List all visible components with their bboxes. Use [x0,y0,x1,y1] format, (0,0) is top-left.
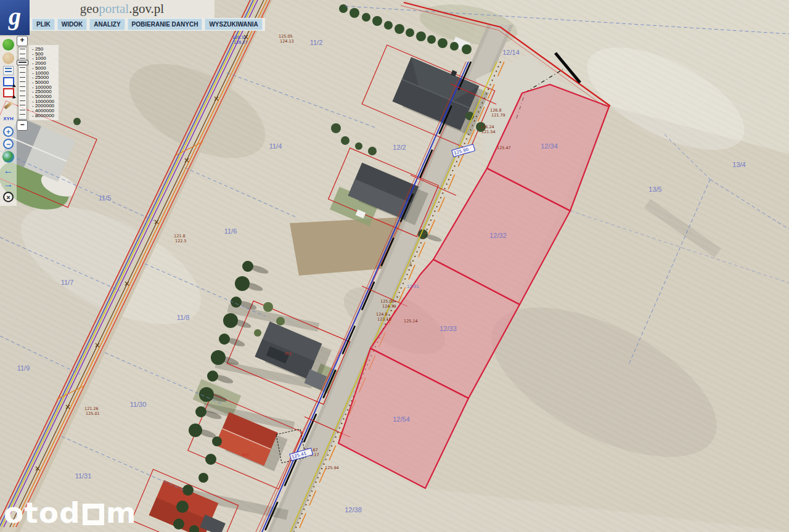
elevation-annotation: 128.27 [234,40,248,45]
parcel-label-12/54: 12/54 [393,415,410,423]
parcel-label-13/5: 13/5 [648,186,661,193]
elevation-annotation: 126.8 [490,108,502,113]
parcel-label-12/38: 12/38 [345,506,362,514]
watermark-text-right: m [106,499,137,526]
elevation-annotation: 125.01 [86,411,100,416]
menu-item-widok[interactable]: WIDOK [57,18,87,30]
geoportal-logo[interactable]: g [0,0,30,35]
elevation-annotation: 124.8 [376,312,388,317]
parcel-label-12/31: 12/31 [407,284,420,289]
watermark-text-left: otod [4,499,81,526]
select-area-red-icon[interactable] [3,88,14,97]
elevation-annotation: 121.26 [84,406,99,411]
otodom-watermark: otod m [4,499,137,526]
zoom-slider-handle[interactable] [17,60,28,65]
parcel-label-12/14: 12/14 [502,49,520,56]
globe-icon[interactable] [2,151,14,163]
logo-g-letter: g [9,4,21,29]
title-geo: geo [80,1,99,17]
elevation-annotation: 124.13 [280,39,294,44]
elevation-annotation: 121.8 [174,234,186,239]
parcel-label-11/2: 11/2 [310,39,323,46]
parcel-label-12/32: 12/32 [489,232,507,239]
menu-bar: PLIKWIDOKANALIZYPOBIERANIE DANYCHWYSZUKI… [30,18,265,31]
zoom-slider: + − [17,36,28,131]
parcel-label-11/8: 11/8 [177,314,190,321]
parcel-label-11/4: 11/4 [269,142,282,150]
menu-item-analizy[interactable]: ANALIZY [89,18,125,30]
header: g geoportal.gov.pl PLIKWIDOKANALIZYPOBIE… [0,0,265,35]
map-canvas[interactable]: 11/212/1411/412/213/413/511/512/3411/612… [0,0,789,532]
info-icon[interactable] [2,39,14,51]
zoom-in-button[interactable]: + [17,36,28,46]
elevation-annotation: 122.5 [175,239,187,243]
elevation-annotation: 125.09 [380,299,394,304]
watermark-square-glyph [83,504,104,525]
back-arrow-icon[interactable]: ← [2,165,14,176]
zoom-in-icon[interactable]: + [3,126,14,137]
zoom-out-button[interactable]: − [17,120,28,131]
elevation-annotation: 121.79 [491,113,505,118]
elevation-annotation: 126.24 [480,125,494,129]
parcel-label-11/9: 11/9 [17,364,30,372]
parcel-label-11/7: 11/7 [61,279,74,286]
scale-level-list: - 250- 500- 1000- 2000- 5000- 10000- 250… [29,45,59,120]
elevation-annotation: 123.15 [377,317,391,322]
select-area-blue-icon[interactable] [3,77,14,86]
cancel-icon[interactable]: × [3,192,14,202]
site-title: geoportal.gov.pl [30,0,215,18]
parcel-label-12/2: 12/2 [393,144,406,151]
elevation-annotation: 125.14 [404,319,418,324]
elevation-annotation: 125.47 [497,145,511,150]
layers-list-icon[interactable] [3,66,14,75]
elevation-annotation: 124.39 [382,304,396,309]
parcel-label-11/6: 11/6 [224,227,237,235]
zoom-slider-track[interactable] [18,47,27,120]
title-suffix: .gov.pl [129,1,164,17]
title-portal: portal [99,1,129,17]
pan-hand-icon[interactable] [2,52,14,64]
scale-level[interactable]: - 8000000 [32,113,54,118]
menu-item-wyszukiwania[interactable]: WYSZUKIWANIA [205,18,262,30]
xyh-coordinates-tool[interactable]: XYH [2,113,14,125]
geoportal-app: 11/212/1411/412/213/413/511/512/3411/612… [0,0,789,532]
parcel-label-12/34: 12/34 [541,142,558,150]
menu-item-plik[interactable]: PLIK [32,18,55,30]
parcel-label-12/33: 12/33 [439,325,457,332]
elevation-annotation: 128.32 [232,35,247,40]
menu-item-pobieranie-danych[interactable]: POBIERANIE DANYCH [128,18,203,30]
parcel-label-11/5: 11/5 [99,194,112,202]
parcel-label-13/4: 13/4 [732,161,745,168]
zoom-out-icon[interactable]: − [3,139,14,149]
forward-arrow-icon[interactable]: → [2,178,14,190]
elevation-annotation: 125.05 [279,34,293,39]
building-label: m1 [285,351,292,356]
elevation-annotation: 121.54 [481,129,496,134]
parcel-label-11/31: 11/31 [75,472,92,480]
elevation-annotation: 125.94 [325,465,339,470]
tool-strip: XYH+−←→× [0,36,17,206]
parcel-label-11/30: 11/30 [130,401,147,408]
measure-pencil-icon[interactable] [2,99,14,111]
building-label: m1 [242,452,249,457]
